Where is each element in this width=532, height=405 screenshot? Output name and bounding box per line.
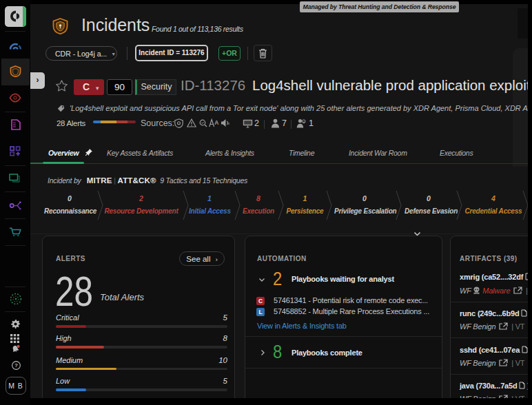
svg-text:A: A [214,119,218,126]
svg-text:x: x [228,121,230,125]
svg-text:?: ? [14,362,18,368]
